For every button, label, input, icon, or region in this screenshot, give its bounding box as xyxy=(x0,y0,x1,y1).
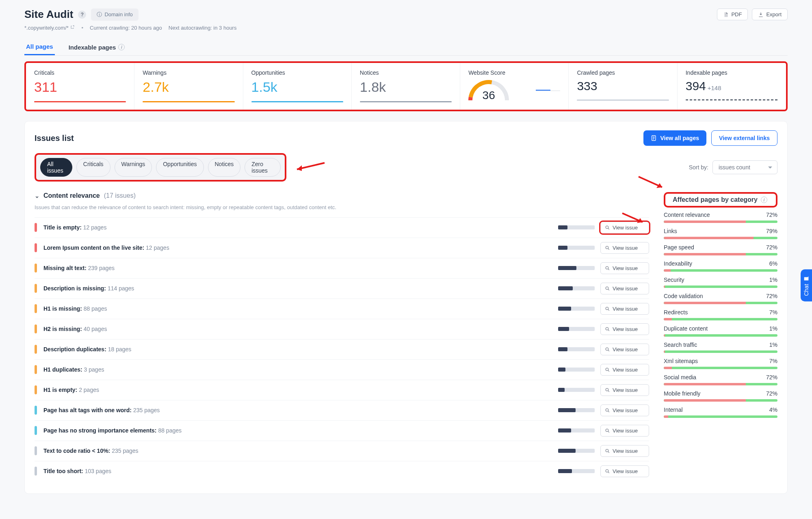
issue-text[interactable]: Title is empty: 12 pages xyxy=(43,224,552,231)
chip-criticals[interactable]: Criticals xyxy=(76,158,110,177)
stat-indexable-pages[interactable]: Indexable pages 394+148 xyxy=(678,63,786,110)
view-issue-button[interactable]: View issue xyxy=(600,364,649,376)
view-external-links-button[interactable]: View external links xyxy=(711,130,777,146)
svg-point-6 xyxy=(606,327,608,330)
issue-text[interactable]: Lorem Ipsum content on the live site: 12… xyxy=(43,244,552,251)
category-name: Internal xyxy=(664,407,683,413)
category-bar xyxy=(664,221,777,223)
category-percent: 72% xyxy=(766,293,777,299)
domain-info-button[interactable]: ⓘ Domain info xyxy=(91,9,138,21)
category-name: Content relevance xyxy=(664,212,710,218)
stat-opportunities[interactable]: Opportunities 1.5k xyxy=(243,63,352,110)
issue-text[interactable]: H2 is missing: 40 pages xyxy=(43,326,552,332)
category-percent: 72% xyxy=(766,374,777,381)
issue-bar xyxy=(558,449,595,453)
sort-by-label: Sort by: xyxy=(689,164,708,171)
category-bar xyxy=(664,302,777,304)
issue-text[interactable]: Missing alt text: 239 pages xyxy=(43,265,552,271)
view-issue-button[interactable]: View issue xyxy=(600,425,649,437)
chat-tab[interactable]: Chat xyxy=(801,269,812,302)
category-row[interactable]: Internal4% xyxy=(664,407,777,418)
severity-indicator xyxy=(35,264,37,272)
category-row[interactable]: Search traffic1% xyxy=(664,342,777,353)
category-row[interactable]: Redirects7% xyxy=(664,309,777,320)
issue-text[interactable]: Text to code ratio < 10%: 235 pages xyxy=(43,448,552,454)
tab-all-pages[interactable]: All pages xyxy=(24,39,55,55)
category-row[interactable]: Mobile friendly72% xyxy=(664,390,777,402)
info-icon[interactable]: i xyxy=(118,44,125,50)
export-button[interactable]: Export xyxy=(752,9,788,20)
info-icon[interactable]: i xyxy=(761,197,767,203)
chip-zero-issues[interactable]: Zero issues xyxy=(245,158,281,177)
view-issue-button[interactable]: View issue xyxy=(600,404,649,416)
domain-pattern[interactable]: *.copywritely.com/* xyxy=(24,25,75,31)
category-bar xyxy=(664,237,777,239)
category-row[interactable]: Security1% xyxy=(664,277,777,288)
category-row[interactable]: Social media72% xyxy=(664,374,777,385)
tab-indexable-pages[interactable]: Indexable pages i xyxy=(67,39,127,55)
category-row[interactable]: Page speed72% xyxy=(664,244,777,255)
issue-row: Title is empty: 12 pagesView issue xyxy=(35,217,649,238)
view-issue-button[interactable]: View issue xyxy=(600,303,649,315)
annotation-arrow-icon xyxy=(621,212,649,227)
current-crawling-text: Current crawling: 20 hours ago xyxy=(90,25,162,31)
category-bar xyxy=(664,383,777,385)
severity-indicator xyxy=(35,365,37,374)
view-issue-button[interactable]: View issue xyxy=(600,344,649,355)
view-issue-button[interactable]: View issue xyxy=(600,242,649,254)
chip-opportunities[interactable]: Opportunities xyxy=(156,158,204,177)
page-header: Site Audit ? ⓘ Domain info PDF Export xyxy=(24,8,788,21)
stat-criticals[interactable]: Criticals 311 xyxy=(26,63,134,110)
category-row[interactable]: Duplicate content1% xyxy=(664,325,777,337)
category-bar xyxy=(664,350,777,353)
stat-crawled-pages[interactable]: Crawled pages 333 xyxy=(569,63,677,110)
category-percent: 1% xyxy=(769,277,777,283)
panel-head: Issues list View all pages View external… xyxy=(35,130,777,146)
issue-text[interactable]: H1 duplicates: 3 pages xyxy=(43,366,552,373)
issue-bar xyxy=(558,225,595,229)
view-issue-button[interactable]: View issue xyxy=(600,465,649,477)
view-issue-button[interactable]: View issue xyxy=(600,445,649,457)
category-bar xyxy=(664,367,777,369)
issue-text[interactable]: Page has no strong importance elements: … xyxy=(43,427,552,434)
category-percent: 1% xyxy=(769,325,777,332)
severity-indicator xyxy=(35,223,37,232)
issue-text[interactable]: H1 is missing: 88 pages xyxy=(43,305,552,312)
search-icon xyxy=(605,347,610,352)
view-issue-button[interactable]: View issue xyxy=(600,384,649,396)
issue-bar xyxy=(558,266,595,270)
view-all-pages-button[interactable]: View all pages xyxy=(643,130,706,146)
category-percent: 7% xyxy=(769,309,777,316)
issues-list-title: Issues list xyxy=(35,134,74,143)
issue-text[interactable]: Description is missing: 114 pages xyxy=(43,285,552,292)
view-issue-button[interactable]: View issue xyxy=(600,323,649,335)
stat-warnings[interactable]: Warnings 2.7k xyxy=(134,63,243,110)
stat-website-score[interactable]: Website Score 36 xyxy=(460,63,569,110)
issue-row: H2 is missing: 40 pagesView issue xyxy=(35,319,649,339)
issue-text[interactable]: H1 is empty: 2 pages xyxy=(43,387,552,393)
pdf-button[interactable]: PDF xyxy=(717,9,748,20)
help-icon[interactable]: ? xyxy=(78,11,86,19)
issue-text[interactable]: Title too short: 103 pages xyxy=(43,468,552,474)
view-issue-button[interactable]: View issue xyxy=(600,283,649,294)
issue-group-header[interactable]: ⌃ Content relevance (17 issues) xyxy=(35,192,649,199)
sparkline xyxy=(251,101,343,102)
sort-select[interactable]: issues count xyxy=(712,160,777,174)
issue-row: Page has alt tags with one word: 235 pag… xyxy=(35,400,649,420)
chip-warnings[interactable]: Warnings xyxy=(115,158,152,177)
category-row[interactable]: Links79% xyxy=(664,228,777,239)
category-name: Search traffic xyxy=(664,342,697,348)
category-row[interactable]: Xml sitemaps7% xyxy=(664,358,777,369)
sparkline xyxy=(577,99,669,101)
chip-notices[interactable]: Notices xyxy=(208,158,241,177)
stat-notices[interactable]: Notices 1.8k xyxy=(352,63,460,110)
issue-text[interactable]: Description duplicates: 18 pages xyxy=(43,346,552,352)
category-row[interactable]: Indexability6% xyxy=(664,260,777,272)
category-row[interactable]: Content relevance72% xyxy=(664,212,777,223)
view-issue-button[interactable]: View issue xyxy=(600,262,649,274)
category-row[interactable]: Code validation72% xyxy=(664,293,777,304)
issue-bar xyxy=(558,347,595,351)
category-name: Links xyxy=(664,228,677,234)
issue-text[interactable]: Page has alt tags with one word: 235 pag… xyxy=(43,407,552,413)
chip-all-issues[interactable]: All issues xyxy=(40,158,72,177)
